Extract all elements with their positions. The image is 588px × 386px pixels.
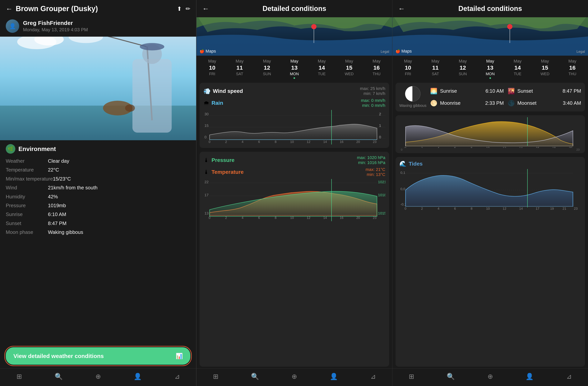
date-item-may14-1[interactable]: May 14 TUE: [312, 59, 331, 79]
svg-text:13: 13: [205, 211, 209, 215]
tides-icon: 🌊: [399, 160, 406, 167]
sunset-item: 🌇 Sunset 8:47 PM: [508, 86, 581, 96]
svg-text:4: 4: [242, 216, 244, 220]
env-value-moon: Waking gibbous: [48, 229, 83, 236]
share-icon[interactable]: ⬆: [177, 5, 182, 12]
env-value-weather: Clear day: [48, 158, 69, 164]
svg-text:17: 17: [536, 207, 539, 210]
nav-bookmark-icon[interactable]: ⊿: [174, 373, 180, 380]
env-label-minmax: Min/max temperature: [6, 175, 53, 182]
date-item-may13-1[interactable]: May 13 MON: [285, 59, 304, 79]
date-day: 10: [209, 65, 215, 71]
svg-text:20: 20: [569, 146, 572, 148]
wind-chart-title: Wind speed: [213, 88, 243, 94]
env-value-minmax: 15/23°C: [53, 175, 71, 182]
date-item-may15-2[interactable]: May 15 WED: [535, 59, 555, 79]
date-dow: MON: [290, 72, 299, 76]
svg-rect-7: [132, 59, 172, 133]
env-header: 🌿 Environment: [6, 144, 190, 154]
nav2-person-icon[interactable]: 👤: [330, 373, 338, 380]
back-button[interactable]: ←: [6, 5, 13, 13]
svg-text:12: 12: [503, 207, 506, 210]
environment-section: 🌿 Environment Weather Clear day Temperat…: [0, 140, 196, 343]
edit-icon[interactable]: ✏: [186, 5, 190, 12]
date-item-may11-1[interactable]: May 11 SAT: [230, 59, 249, 79]
date-item-may12-2[interactable]: May 12 SUN: [453, 59, 472, 79]
svg-text:10: 10: [290, 216, 294, 220]
page-title: Brown Grouper (Dusky): [16, 5, 98, 13]
svg-text:8: 8: [470, 146, 472, 148]
tides-chart-area: 0,1 0,0 -0,1 0 2 4 6 8 10 12: [399, 169, 581, 211]
svg-text:12: 12: [307, 216, 310, 220]
legal-text-2: Legal: [576, 50, 585, 54]
pressure-icon: 🌡: [203, 157, 209, 163]
date-month: May: [208, 59, 216, 64]
date-row-1: May 10 FRI May 11 SAT May 12 SUN May 13 …: [196, 56, 392, 81]
date-month: May: [291, 59, 298, 64]
pressure-chart-title: Pressure: [211, 157, 234, 163]
env-row-minmax: Min/max temperature 15/23°C: [6, 175, 190, 182]
svg-text:6: 6: [454, 146, 456, 148]
wind-chart-header: 💨 Wind speed max: 25 km/h min: 7 km/h: [203, 86, 385, 96]
nav-add-icon[interactable]: ⊕: [95, 373, 101, 380]
nav2-bookmark-icon[interactable]: ⊿: [370, 373, 376, 380]
svg-text:8: 8: [275, 216, 277, 220]
nav3-person-icon[interactable]: 👤: [525, 373, 534, 380]
env-row-sunset: Sunset 8:47 PM: [6, 220, 190, 227]
temp-stats: max: 21°C min: 13°C: [366, 167, 385, 177]
sunset-label: Sunset: [517, 88, 560, 94]
nav3-panels-icon[interactable]: ⊞: [409, 373, 414, 380]
date-item-may16-1[interactable]: May 16 THU: [367, 59, 386, 79]
date-item-may16-2[interactable]: May 16 THU: [563, 59, 582, 79]
tides-chart-header: 🌊 Tides: [399, 160, 581, 167]
date-item-may15-1[interactable]: May 15 WED: [339, 59, 359, 79]
nav-panels-icon[interactable]: ⊞: [17, 373, 22, 380]
svg-text:12: 12: [503, 146, 506, 148]
date-item-may11-2[interactable]: May 11 SAT: [426, 59, 445, 79]
legal-text-1: Legal: [381, 50, 389, 54]
env-row-pressure: Pressure 1019mb: [6, 202, 190, 209]
nav3-add-icon[interactable]: ⊕: [487, 373, 493, 380]
wind-icon: 💨: [203, 88, 210, 94]
nav2-add-icon[interactable]: ⊕: [292, 373, 297, 380]
svg-text:4: 4: [438, 207, 440, 210]
date-item-may13-2[interactable]: May 13 MON: [481, 59, 500, 79]
svg-text:14: 14: [519, 146, 523, 148]
svg-text:15: 15: [205, 124, 209, 128]
nav3-search-icon[interactable]: 🔍: [447, 373, 455, 380]
date-item-may10-1[interactable]: May 10 FRI: [203, 59, 222, 79]
date-item-may10-2[interactable]: May 10 FRI: [399, 59, 418, 79]
back-button-detail2[interactable]: ←: [398, 5, 405, 13]
svg-text:6: 6: [454, 207, 456, 210]
detail-title-2: Detailed conditions: [458, 5, 522, 13]
nav-person-icon[interactable]: 👤: [134, 373, 142, 380]
svg-text:2: 2: [421, 146, 423, 148]
back-button-detail1[interactable]: ←: [202, 5, 209, 13]
nav2-panels-icon[interactable]: ⊞: [213, 373, 218, 380]
moon-phase-circle: [405, 86, 420, 101]
detail-title-1: Detailed conditions: [262, 5, 326, 13]
apple-maps-icon-1: 🍎: [200, 49, 204, 53]
sun-moon-grid: 🌅 Sunrise 6:10 AM 🌇 Sunset 8:47 PM 🌕 Moo…: [430, 86, 581, 108]
svg-text:8: 8: [470, 207, 472, 210]
svg-text:0: 0: [404, 146, 406, 148]
date-day: 12: [264, 65, 270, 71]
date-day: 13: [291, 65, 297, 71]
view-weather-btn-label: View detailed weather conditions: [13, 353, 104, 359]
nav2-search-icon[interactable]: 🔍: [251, 373, 259, 380]
env-label-weather: Weather: [6, 158, 48, 164]
detail-header-2: ← Detailed conditions: [392, 0, 588, 17]
nav3-bookmark-icon[interactable]: ⊿: [566, 373, 572, 380]
svg-text:22: 22: [205, 180, 209, 184]
view-weather-button[interactable]: View detailed weather conditions 📊: [6, 347, 190, 365]
temp-max: max: 21°C: [366, 167, 385, 172]
date-item-may14-2[interactable]: May 14 TUE: [508, 59, 527, 79]
daynight-chart-area: 0 2 4 6 8 10 12 14 16 18 20: [399, 117, 581, 148]
svg-point-11: [125, 104, 135, 112]
svg-text:14: 14: [323, 216, 327, 220]
date-item-may12-1[interactable]: May 12 SUN: [257, 59, 277, 79]
temp-chart-title: Temperature: [211, 169, 244, 175]
wind-rain-chart-area: 30 15 0 0 2 4 6 8 10 12 14 16 20: [203, 110, 385, 144]
maps-label-2: 🍎 Maps: [396, 49, 412, 54]
nav-search-icon[interactable]: 🔍: [55, 373, 63, 380]
